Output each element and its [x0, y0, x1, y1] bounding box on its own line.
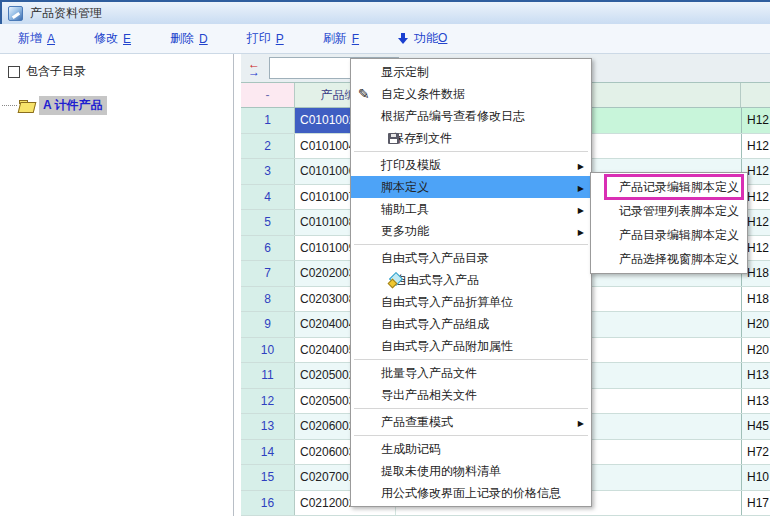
include-subdirs-checkbox[interactable] — [8, 66, 20, 78]
function-dropdown-menu: 显示定制自定义条件数据根据产品编号查看修改日志保存到文件打印及模版脚本定义辅助工… — [350, 58, 592, 507]
pencil-icon — [358, 86, 370, 102]
submenu-arrow-icon — [578, 415, 591, 429]
menu-item-label: 打印及模版 — [381, 157, 441, 174]
function-menu-button[interactable]: 功能O — [398, 30, 447, 47]
submenu-arrow-icon — [578, 158, 591, 172]
menu-item[interactable]: 自由式导入产品附加属性 — [351, 335, 591, 357]
menu-item-label: 自由式导入产品 — [395, 272, 479, 289]
submenu-item-label: 产品目录编辑脚本定义 — [619, 227, 739, 244]
menu-item-label: 更多功能 — [381, 223, 429, 240]
menu-item-label: 自定义条件数据 — [381, 86, 465, 103]
title-bar: 产品资料管理 — [0, 0, 770, 24]
spec-cell[interactable]: H18 — [741, 287, 770, 312]
menu-item[interactable]: 保存到文件 — [351, 127, 591, 149]
menu-item-label: 根据产品编号查看修改日志 — [381, 108, 525, 125]
category-sidebar: 包含子目录 A 计件产品 — [0, 54, 234, 516]
menu-item[interactable]: 用公式修改界面上记录的价格信息 — [351, 482, 591, 504]
row-number-cell[interactable]: 11 — [241, 363, 295, 388]
menu-item[interactable]: 批量导入产品文件 — [351, 362, 591, 384]
row-number-cell[interactable]: 14 — [241, 440, 295, 465]
include-subdirs-row: 包含子目录 — [8, 63, 233, 80]
add-button[interactable]: 新增A — [18, 30, 55, 47]
menu-item-label: 提取未使用的物料清单 — [381, 463, 501, 480]
menu-item-label: 导出产品相关文件 — [381, 387, 477, 404]
menu-item-label: 自由式导入产品折算单位 — [381, 294, 513, 311]
row-number-cell[interactable]: 2 — [241, 134, 295, 159]
spec-cell[interactable]: H20 — [741, 312, 770, 337]
menu-item[interactable]: 自由式导入产品组成 — [351, 313, 591, 335]
print-button[interactable]: 打印P — [247, 30, 284, 47]
row-number-cell[interactable]: 8 — [241, 287, 295, 312]
save-icon — [388, 133, 399, 144]
menu-item-label: 保存到文件 — [392, 130, 452, 147]
delete-button[interactable]: 删除D — [170, 30, 208, 47]
menu-item[interactable]: 生成助记码 — [351, 438, 591, 460]
row-number-cell[interactable]: 15 — [241, 465, 295, 490]
row-number-cell[interactable]: 16 — [241, 491, 295, 516]
row-number-cell[interactable]: 4 — [241, 185, 295, 210]
row-number-cell[interactable]: 12 — [241, 389, 295, 414]
submenu-item-label: 产品选择视窗脚本定义 — [619, 251, 739, 268]
header-spec[interactable] — [741, 83, 770, 107]
spec-cell[interactable]: H13 — [741, 389, 770, 414]
menu-item[interactable]: 自由式导入产品折算单位 — [351, 291, 591, 313]
menu-item[interactable]: 辅助工具 — [351, 198, 591, 220]
submenu-item[interactable]: 产品选择视窗脚本定义 — [591, 247, 747, 271]
menu-separator — [354, 244, 588, 245]
row-number-cell[interactable]: 9 — [241, 312, 295, 337]
menu-item-label: 生成助记码 — [381, 441, 441, 458]
spec-cell[interactable]: H17 — [741, 491, 770, 516]
toolbar: 新增A 修改E 删除D 打印P 刷新F 功能O — [0, 24, 770, 54]
menu-separator — [354, 359, 588, 360]
row-number-cell[interactable]: 13 — [241, 414, 295, 439]
spec-cell[interactable]: H20 — [741, 338, 770, 363]
menu-item-label: 产品查重模式 — [381, 414, 453, 431]
menu-item[interactable]: 自由式导入产品目录 — [351, 247, 591, 269]
swap-arrows-icon[interactable] — [248, 60, 260, 76]
row-number-cell[interactable]: 5 — [241, 210, 295, 235]
row-number-cell[interactable]: 7 — [241, 261, 295, 286]
submenu-item-label: 产品记录编辑脚本定义 — [619, 179, 739, 196]
spec-cell[interactable]: H10 — [741, 465, 770, 490]
spec-cell[interactable]: H45 — [741, 414, 770, 439]
menu-item[interactable]: 脚本定义 — [351, 176, 591, 198]
down-arrow-icon — [398, 33, 409, 45]
spec-cell[interactable]: H12 — [741, 108, 770, 133]
menu-item-label: 自由式导入产品附加属性 — [381, 338, 513, 355]
script-definition-submenu: 产品记录编辑脚本定义记录管理列表脚本定义产品目录编辑脚本定义产品选择视窗脚本定义 — [590, 172, 748, 274]
menu-item[interactable]: 自由式导入产品 — [351, 269, 591, 291]
submenu-item[interactable]: 记录管理列表脚本定义 — [591, 199, 747, 223]
submenu-item[interactable]: 产品记录编辑脚本定义 — [591, 175, 747, 199]
menu-item[interactable]: 提取未使用的物料清单 — [351, 460, 591, 482]
menu-item-label: 批量导入产品文件 — [381, 365, 477, 382]
row-number-cell[interactable]: 3 — [241, 159, 295, 184]
menu-separator — [354, 408, 588, 409]
menu-item-label: 脚本定义 — [381, 179, 429, 196]
header-row-marker[interactable]: - — [241, 83, 295, 107]
include-subdirs-label: 包含子目录 — [26, 63, 86, 80]
row-number-cell[interactable]: 1 — [241, 108, 295, 133]
paint-icon — [388, 273, 402, 287]
submenu-item[interactable]: 产品目录编辑脚本定义 — [591, 223, 747, 247]
menu-item[interactable]: 显示定制 — [351, 61, 591, 83]
menu-item-label: 自由式导入产品组成 — [381, 316, 489, 333]
open-folder-icon — [19, 100, 34, 111]
refresh-button[interactable]: 刷新F — [323, 30, 359, 47]
tree-connector — [2, 105, 17, 106]
row-number-cell[interactable]: 10 — [241, 338, 295, 363]
tree-item-piecework-products[interactable]: A 计件产品 — [2, 96, 233, 115]
edit-button[interactable]: 修改E — [94, 30, 131, 47]
product-data-manager-window: 产品资料管理 新增A 修改E 删除D 打印P 刷新F 功能O 包含子目录 A 计… — [0, 0, 770, 516]
menu-item[interactable]: 导出产品相关文件 — [351, 384, 591, 406]
menu-item[interactable]: 自定义条件数据 — [351, 83, 591, 105]
menu-item[interactable]: 更多功能 — [351, 220, 591, 242]
tree-item-label: A 计件产品 — [39, 96, 107, 115]
menu-item[interactable]: 根据产品编号查看修改日志 — [351, 105, 591, 127]
spec-cell[interactable]: H12 — [741, 134, 770, 159]
menu-item[interactable]: 产品查重模式 — [351, 411, 591, 433]
menu-separator — [354, 435, 588, 436]
spec-cell[interactable]: H72 — [741, 440, 770, 465]
spec-cell[interactable]: H13 — [741, 363, 770, 388]
menu-item[interactable]: 打印及模版 — [351, 154, 591, 176]
row-number-cell[interactable]: 6 — [241, 236, 295, 261]
